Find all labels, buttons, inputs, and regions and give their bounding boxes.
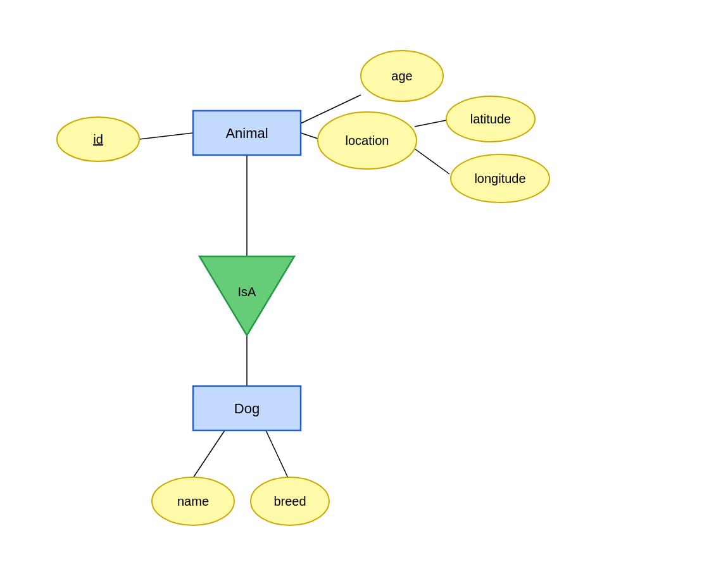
id-label: id: [93, 132, 103, 146]
age-label: age: [391, 69, 412, 83]
svg-line-7: [193, 430, 225, 478]
breed-label: breed: [273, 494, 306, 508]
location-label: location: [346, 134, 389, 147]
svg-line-8: [266, 430, 288, 478]
animal-label: Animal: [225, 125, 268, 141]
dog-label: Dog: [234, 401, 260, 416]
svg-line-4: [415, 149, 449, 174]
isa-label: IsA: [238, 285, 257, 299]
svg-line-0: [139, 133, 193, 139]
longitude-label: longitude: [474, 172, 525, 185]
svg-line-2: [301, 133, 320, 139]
svg-line-3: [415, 120, 446, 127]
name-label: name: [177, 494, 209, 508]
latitude-label: latitude: [470, 112, 511, 126]
